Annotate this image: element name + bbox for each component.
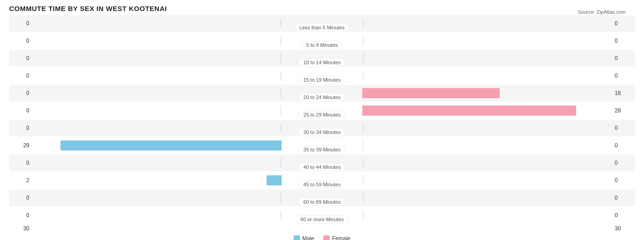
- bar-section: 20 to 24 Minutes: [32, 85, 612, 101]
- bar-female: [362, 175, 364, 185]
- bar-section: 60 to 89 Minutes: [32, 190, 612, 206]
- bar-male: [280, 53, 282, 63]
- right-value: 0: [612, 142, 635, 149]
- left-value: 0: [9, 212, 32, 218]
- left-value: 2: [9, 177, 32, 184]
- chart-row: 0 5 to 9 Minutes 0: [9, 33, 635, 49]
- bar-section: 25 to 29 Minutes: [32, 102, 612, 119]
- legend-male: Male: [294, 235, 314, 240]
- legend-female: Female: [323, 235, 350, 240]
- row-label: 90 or more Minutes: [295, 215, 349, 223]
- bar-male: [280, 36, 282, 46]
- bar-female: [362, 106, 576, 116]
- legend-male-label: Male: [302, 235, 314, 240]
- bar-female: [362, 210, 364, 220]
- left-value: 0: [9, 195, 32, 201]
- bar-section: 15 to 19 Minutes: [32, 67, 612, 84]
- legend: Male Female: [9, 235, 635, 240]
- right-value: 0: [612, 177, 635, 184]
- right-value: 0: [612, 73, 635, 79]
- bar-section: 30 to 34 Minutes: [32, 120, 612, 136]
- bar-section: 10 to 14 Minutes: [32, 50, 612, 67]
- bar-male: [280, 71, 282, 81]
- row-label: 5 to 9 Minutes: [301, 41, 343, 49]
- row-label: 40 to 44 Minutes: [298, 163, 345, 171]
- bar-male: [60, 140, 282, 151]
- row-label: 25 to 29 Minutes: [298, 111, 345, 119]
- bar-section: 90 or more Minutes: [32, 207, 612, 223]
- row-label: 15 to 19 Minutes: [298, 76, 345, 84]
- chart-row: 0 90 or more Minutes 0: [9, 207, 635, 223]
- left-value: 0: [9, 125, 32, 131]
- axis-left: 30: [9, 225, 32, 232]
- chart-row: 0 15 to 19 Minutes 0: [9, 67, 635, 84]
- bar-female: [362, 140, 364, 151]
- bar-female: [362, 71, 364, 81]
- bar-section: Less than 5 Minutes: [32, 15, 612, 32]
- chart-row: 0 20 to 24 Minutes 18: [9, 85, 635, 101]
- chart-row: 0 40 to 44 Minutes 0: [9, 155, 635, 171]
- axis-row: 30 30: [9, 225, 635, 232]
- legend-male-box: [294, 235, 300, 240]
- chart-row: 0 30 to 34 Minutes 0: [9, 120, 635, 136]
- left-value: 0: [9, 20, 32, 27]
- source-label: Source: ZipAtlas.com: [578, 9, 626, 15]
- row-label: 30 to 34 Minutes: [298, 128, 345, 136]
- bar-female: [362, 88, 500, 98]
- right-value: 0: [612, 160, 635, 166]
- chart-row: 29 35 to 39 Minutes 0: [9, 137, 635, 154]
- bar-female: [362, 18, 364, 28]
- left-value: 0: [9, 90, 32, 96]
- chart-title: COMMUTE TIME BY SEX IN WEST KOOTENAI: [9, 5, 635, 12]
- row-label: 60 to 89 Minutes: [298, 198, 345, 206]
- bar-section: 45 to 59 Minutes: [32, 172, 612, 189]
- axis-right: 30: [612, 225, 635, 232]
- left-value: 0: [9, 38, 32, 44]
- row-label: 35 to 39 Minutes: [298, 145, 345, 154]
- bar-female: [362, 53, 364, 63]
- bar-male: [280, 18, 282, 28]
- left-value: 0: [9, 107, 32, 114]
- left-value: 29: [9, 142, 32, 149]
- bar-section: 40 to 44 Minutes: [32, 155, 612, 171]
- chart-row: 2 45 to 59 Minutes 0: [9, 172, 635, 189]
- bar-section: 35 to 39 Minutes: [32, 137, 612, 154]
- bar-section: 5 to 9 Minutes: [32, 33, 612, 49]
- left-value: 0: [9, 73, 32, 79]
- right-value: 28: [612, 107, 635, 114]
- bar-female: [362, 193, 364, 203]
- chart-row: 0 10 to 14 Minutes 0: [9, 50, 635, 67]
- chart-row: 0 Less than 5 Minutes 0: [9, 15, 635, 32]
- left-value: 0: [9, 55, 32, 61]
- right-value: 0: [612, 195, 635, 201]
- bar-male: [280, 158, 282, 168]
- right-value: 0: [612, 20, 635, 27]
- row-label: 10 to 14 Minutes: [298, 58, 345, 67]
- bar-male: [280, 88, 282, 98]
- right-value: 0: [612, 125, 635, 131]
- left-value: 0: [9, 160, 32, 166]
- chart-row: 0 60 to 89 Minutes 0: [9, 190, 635, 206]
- right-value: 18: [612, 90, 635, 96]
- chart-container: COMMUTE TIME BY SEX IN WEST KOOTENAI Sou…: [0, 0, 644, 240]
- right-value: 0: [612, 212, 635, 218]
- bar-male: [280, 210, 282, 220]
- row-label: Less than 5 Minutes: [295, 23, 349, 32]
- bar-male: [267, 175, 282, 185]
- bar-male: [280, 123, 282, 133]
- bar-female: [362, 123, 364, 133]
- chart-row: 0 25 to 29 Minutes 28: [9, 102, 635, 119]
- bar-male: [280, 106, 282, 116]
- bar-female: [362, 158, 364, 168]
- legend-female-label: Female: [332, 235, 350, 240]
- legend-female-box: [323, 235, 330, 240]
- bar-female: [362, 36, 364, 46]
- row-label: 45 to 59 Minutes: [298, 180, 345, 189]
- chart-area: 0 Less than 5 Minutes 0 0: [9, 15, 635, 223]
- right-value: 0: [612, 55, 635, 61]
- row-label: 20 to 24 Minutes: [298, 93, 345, 101]
- right-value: 0: [612, 38, 635, 44]
- bar-male: [280, 193, 282, 203]
